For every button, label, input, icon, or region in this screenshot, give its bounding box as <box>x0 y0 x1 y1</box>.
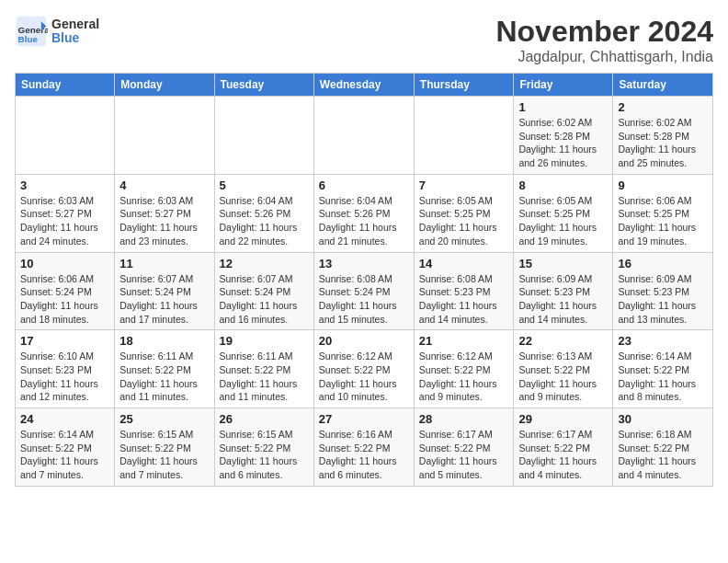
day-number: 30 <box>618 412 708 426</box>
day-cell: 6Sunrise: 6:04 AMSunset: 5:26 PMDaylight… <box>313 174 414 252</box>
day-info: Sunrise: 6:12 AMSunset: 5:22 PMDaylight:… <box>419 350 509 404</box>
week-row-2: 3Sunrise: 6:03 AMSunset: 5:27 PMDaylight… <box>16 174 713 252</box>
day-cell: 11Sunrise: 6:07 AMSunset: 5:24 PMDayligh… <box>115 252 214 330</box>
day-number: 3 <box>20 178 109 192</box>
logo-wordmark: General Blue <box>51 17 99 46</box>
day-cell: 2Sunrise: 6:02 AMSunset: 5:28 PMDaylight… <box>613 97 713 175</box>
day-number: 15 <box>518 257 608 270</box>
weekday-header-sunday: Sunday <box>16 74 115 97</box>
weekday-header-row: SundayMondayTuesdayWednesdayThursdayFrid… <box>16 74 713 97</box>
day-number: 23 <box>618 334 708 348</box>
day-info: Sunrise: 6:13 AMSunset: 5:22 PMDaylight:… <box>518 350 608 404</box>
day-cell: 24Sunrise: 6:14 AMSunset: 5:22 PMDayligh… <box>16 408 115 487</box>
day-info: Sunrise: 6:11 AMSunset: 5:22 PMDaylight:… <box>220 350 309 404</box>
day-cell <box>115 97 214 175</box>
day-number: 12 <box>220 257 309 270</box>
day-cell: 1Sunrise: 6:02 AMSunset: 5:28 PMDaylight… <box>514 97 613 175</box>
day-number: 24 <box>20 412 109 426</box>
day-number: 22 <box>518 334 608 348</box>
day-number: 20 <box>319 334 409 348</box>
day-number: 25 <box>119 412 209 426</box>
logo-icon: General Blue <box>15 15 48 48</box>
location-title: Jagdalpur, Chhattisgarh, India <box>495 49 713 65</box>
day-cell: 20Sunrise: 6:12 AMSunset: 5:22 PMDayligh… <box>313 330 414 408</box>
day-number: 5 <box>220 178 309 192</box>
day-info: Sunrise: 6:02 AMSunset: 5:28 PMDaylight:… <box>618 116 708 170</box>
day-info: Sunrise: 6:08 AMSunset: 5:23 PMDaylight:… <box>419 272 509 327</box>
day-cell: 22Sunrise: 6:13 AMSunset: 5:22 PMDayligh… <box>514 330 613 408</box>
day-cell <box>16 97 115 175</box>
weekday-header-tuesday: Tuesday <box>214 74 313 97</box>
day-info: Sunrise: 6:14 AMSunset: 5:22 PMDaylight:… <box>20 428 109 482</box>
day-cell: 7Sunrise: 6:05 AMSunset: 5:25 PMDaylight… <box>414 174 514 252</box>
day-cell: 28Sunrise: 6:17 AMSunset: 5:22 PMDayligh… <box>414 408 514 487</box>
day-number: 10 <box>20 257 109 270</box>
day-cell: 3Sunrise: 6:03 AMSunset: 5:27 PMDaylight… <box>16 174 115 252</box>
day-cell: 19Sunrise: 6:11 AMSunset: 5:22 PMDayligh… <box>214 330 313 408</box>
month-title: November 2024 <box>495 15 713 49</box>
week-row-1: 1Sunrise: 6:02 AMSunset: 5:28 PMDaylight… <box>16 97 713 175</box>
day-number: 8 <box>518 178 608 192</box>
day-cell: 25Sunrise: 6:15 AMSunset: 5:22 PMDayligh… <box>115 408 214 487</box>
day-cell: 17Sunrise: 6:10 AMSunset: 5:23 PMDayligh… <box>16 330 115 408</box>
day-info: Sunrise: 6:05 AMSunset: 5:25 PMDaylight:… <box>419 194 509 248</box>
day-info: Sunrise: 6:08 AMSunset: 5:24 PMDaylight:… <box>319 272 409 327</box>
logo-blue: Blue <box>51 31 99 45</box>
day-cell: 13Sunrise: 6:08 AMSunset: 5:24 PMDayligh… <box>313 252 414 330</box>
day-info: Sunrise: 6:15 AMSunset: 5:22 PMDaylight:… <box>119 428 209 482</box>
title-area: November 2024 Jagdalpur, Chhattisgarh, I… <box>495 15 713 65</box>
day-cell: 5Sunrise: 6:04 AMSunset: 5:26 PMDaylight… <box>214 174 313 252</box>
day-cell <box>414 97 514 175</box>
day-cell: 14Sunrise: 6:08 AMSunset: 5:23 PMDayligh… <box>414 252 514 330</box>
day-info: Sunrise: 6:10 AMSunset: 5:23 PMDaylight:… <box>20 350 109 404</box>
day-cell <box>313 97 414 175</box>
day-cell: 16Sunrise: 6:09 AMSunset: 5:23 PMDayligh… <box>613 252 713 330</box>
day-number: 27 <box>319 412 409 426</box>
svg-text:Blue: Blue <box>18 34 39 44</box>
day-cell: 9Sunrise: 6:06 AMSunset: 5:25 PMDaylight… <box>613 174 713 252</box>
day-number: 11 <box>119 257 209 270</box>
day-number: 16 <box>618 257 708 270</box>
day-cell: 29Sunrise: 6:17 AMSunset: 5:22 PMDayligh… <box>514 408 613 487</box>
day-info: Sunrise: 6:09 AMSunset: 5:23 PMDaylight:… <box>518 272 608 327</box>
week-row-4: 17Sunrise: 6:10 AMSunset: 5:23 PMDayligh… <box>16 330 713 408</box>
day-info: Sunrise: 6:11 AMSunset: 5:22 PMDaylight:… <box>119 350 209 404</box>
day-cell: 15Sunrise: 6:09 AMSunset: 5:23 PMDayligh… <box>514 252 613 330</box>
day-info: Sunrise: 6:15 AMSunset: 5:22 PMDaylight:… <box>220 428 309 482</box>
day-cell: 18Sunrise: 6:11 AMSunset: 5:22 PMDayligh… <box>115 330 214 408</box>
day-info: Sunrise: 6:17 AMSunset: 5:22 PMDaylight:… <box>518 428 608 482</box>
day-info: Sunrise: 6:18 AMSunset: 5:22 PMDaylight:… <box>618 428 708 482</box>
day-cell: 8Sunrise: 6:05 AMSunset: 5:25 PMDaylight… <box>514 174 613 252</box>
day-cell: 12Sunrise: 6:07 AMSunset: 5:24 PMDayligh… <box>214 252 313 330</box>
logo: General Blue General Blue <box>15 15 99 48</box>
day-number: 7 <box>419 178 509 192</box>
day-info: Sunrise: 6:04 AMSunset: 5:26 PMDaylight:… <box>220 194 309 248</box>
day-info: Sunrise: 6:03 AMSunset: 5:27 PMDaylight:… <box>20 194 109 248</box>
day-number: 21 <box>419 334 509 348</box>
calendar-table: SundayMondayTuesdayWednesdayThursdayFrid… <box>15 73 713 487</box>
day-number: 19 <box>220 334 309 348</box>
day-number: 9 <box>618 178 708 192</box>
day-info: Sunrise: 6:03 AMSunset: 5:27 PMDaylight:… <box>119 194 209 248</box>
day-info: Sunrise: 6:12 AMSunset: 5:22 PMDaylight:… <box>319 350 409 404</box>
day-info: Sunrise: 6:17 AMSunset: 5:22 PMDaylight:… <box>419 428 509 482</box>
day-number: 29 <box>518 412 608 426</box>
day-cell: 30Sunrise: 6:18 AMSunset: 5:22 PMDayligh… <box>613 408 713 487</box>
day-cell: 4Sunrise: 6:03 AMSunset: 5:27 PMDaylight… <box>115 174 214 252</box>
week-row-3: 10Sunrise: 6:06 AMSunset: 5:24 PMDayligh… <box>16 252 713 330</box>
page-header: General Blue General Blue November 2024 … <box>15 15 713 65</box>
day-cell: 21Sunrise: 6:12 AMSunset: 5:22 PMDayligh… <box>414 330 514 408</box>
day-number: 4 <box>119 178 209 192</box>
weekday-header-thursday: Thursday <box>414 74 514 97</box>
day-number: 18 <box>119 334 209 348</box>
weekday-header-friday: Friday <box>514 74 613 97</box>
day-number: 14 <box>419 257 509 270</box>
day-info: Sunrise: 6:04 AMSunset: 5:26 PMDaylight:… <box>319 194 409 248</box>
day-info: Sunrise: 6:06 AMSunset: 5:24 PMDaylight:… <box>20 272 109 327</box>
day-number: 1 <box>518 100 608 114</box>
day-info: Sunrise: 6:02 AMSunset: 5:28 PMDaylight:… <box>518 116 608 170</box>
day-cell: 10Sunrise: 6:06 AMSunset: 5:24 PMDayligh… <box>16 252 115 330</box>
day-number: 2 <box>618 100 708 114</box>
day-number: 13 <box>319 257 409 270</box>
day-info: Sunrise: 6:05 AMSunset: 5:25 PMDaylight:… <box>518 194 608 248</box>
